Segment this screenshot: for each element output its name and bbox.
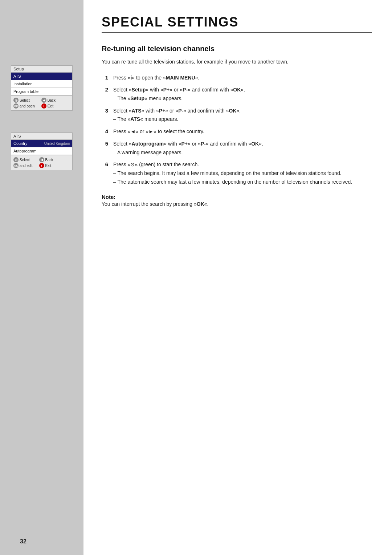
footer-exit: i Exit — [41, 103, 56, 109]
ats-select-icon: ◎ — [13, 157, 19, 162]
step-6: 6 Press »⊙« (green) to start the search.… — [102, 161, 372, 186]
step-2-content: Select »Setup« with »P+« or »P-« and con… — [113, 86, 372, 102]
step-1: 1 Press »i« to open the »MAIN MENU«. — [102, 74, 372, 82]
exit-icon: i — [41, 103, 46, 109]
intro-text: You can re-tune all the television stati… — [102, 58, 372, 66]
step-3: 3 Select »ATS« with »P+« or »P-« and con… — [102, 107, 372, 123]
back-icon: ◀ — [41, 98, 46, 103]
select-icon: ◎ — [13, 98, 19, 103]
step-3-content: Select »ATS« with »P+« or »P-« and confi… — [113, 107, 372, 123]
footer-back: ◀ Back — [41, 98, 56, 103]
ats-menu-box: ATS Country United Kingdom Autoprogram ◎… — [11, 132, 73, 170]
footer-select: ◎ Select — [13, 98, 35, 103]
setup-menu-item-installation: Installation — [11, 80, 72, 88]
setup-menu-footer: ◎ Select OK and open ◀ Back i Exit — [11, 95, 72, 110]
ats-back-icon: ◀ — [39, 157, 44, 162]
step-5-content: Select »Autoprogram« with »P+« or »P-« a… — [113, 140, 372, 156]
ats-footer-select: ◎ Select — [13, 157, 33, 162]
ats-menu-item-autoprogram: Autoprogram — [11, 147, 72, 155]
step-6-number: 6 — [102, 161, 108, 167]
steps-list: 1 Press »i« to open the »MAIN MENU«. 2 S… — [102, 74, 372, 191]
note-label: Note: — [102, 194, 115, 200]
setup-menu-header: Setup — [11, 66, 72, 73]
ats-exit-icon: i — [39, 163, 44, 168]
ats-footer-edit: OK and edit — [13, 163, 33, 168]
ats-footer-col-right: ◀ Back i Exit — [39, 157, 53, 168]
ats-menu-item-country: Country United Kingdom — [11, 140, 72, 147]
ats-footer-back: ◀ Back — [39, 157, 53, 162]
step-2: 2 Select »Setup« with »P+« or »P-« and c… — [102, 86, 372, 102]
step-5-number: 5 — [102, 140, 108, 147]
ok-icon: OK — [13, 103, 19, 109]
page-number: 32 — [20, 538, 26, 545]
footer-col-right: ◀ Back i Exit — [41, 98, 56, 109]
page-title: SPECIAL SETTINGS — [102, 15, 372, 33]
ats-menu-header: ATS — [11, 133, 72, 140]
step-4-content: Press »◄« or »►« to select the country. — [113, 128, 372, 136]
ats-ok-icon: OK — [13, 163, 19, 168]
sidebar: Setup ATS Installation Program table ◎ S… — [0, 0, 83, 555]
footer-open: OK and open — [13, 103, 35, 109]
step-4: 4 Press »◄« or »►« to select the country… — [102, 128, 372, 136]
step-4-number: 4 — [102, 128, 108, 134]
step-1-content: Press »i« to open the »MAIN MENU«. — [113, 74, 372, 82]
setup-menu-box: Setup ATS Installation Program table ◎ S… — [11, 65, 73, 111]
step-1-number: 1 — [102, 74, 108, 81]
ats-menu-footer: ◎ Select OK and edit ◀ Back i Exit — [11, 155, 72, 170]
step-2-number: 2 — [102, 86, 108, 93]
note-block: Note: You can interrupt the search by pr… — [102, 194, 372, 208]
section-heading: Re-tuning all television channels — [102, 45, 372, 53]
step-5: 5 Select »Autoprogram« with »P+« or »P-«… — [102, 140, 372, 156]
setup-menu-item-program-table: Program table — [11, 88, 72, 95]
country-value: United Kingdom — [44, 142, 70, 146]
footer-col-left: ◎ Select OK and open — [13, 98, 35, 109]
step-6-content: Press »⊙« (green) to start the search. –… — [113, 161, 372, 186]
note-text: You can interrupt the search by pressing… — [102, 200, 372, 208]
ats-footer-exit: i Exit — [39, 163, 53, 168]
ats-footer-col-left: ◎ Select OK and edit — [13, 157, 33, 168]
setup-menu-item-ats: ATS — [11, 73, 72, 80]
step-3-number: 3 — [102, 107, 108, 114]
main-content: SPECIAL SETTINGS Re-tuning all televisio… — [83, 0, 392, 555]
